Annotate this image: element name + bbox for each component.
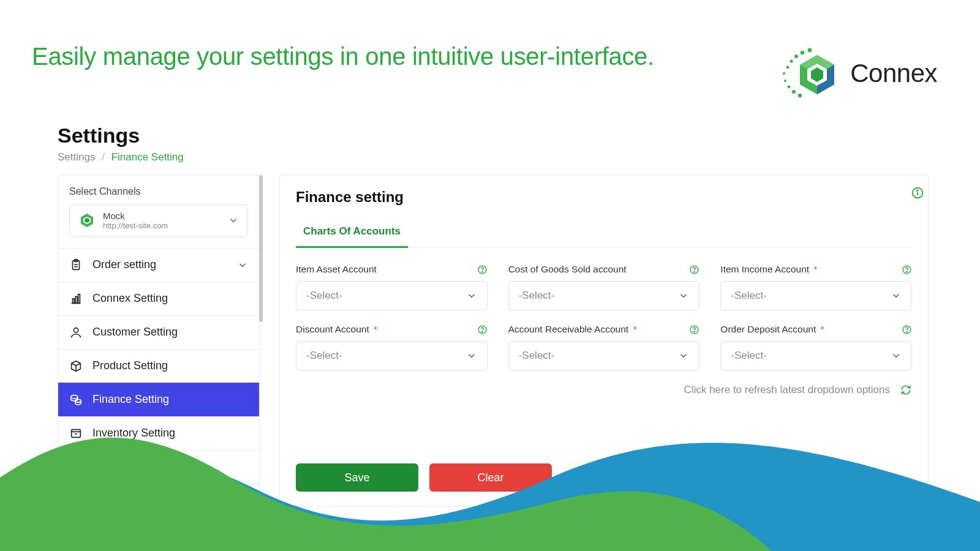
svg-point-48 [481, 331, 482, 332]
select-placeholder: -Select- [731, 290, 767, 302]
save-button[interactable]: Save [296, 463, 418, 492]
sidebar-item-pending-order[interactable]: Pending Order [58, 450, 259, 484]
select-order-deposit-account[interactable]: -Select- [720, 341, 912, 370]
svg-point-46 [907, 271, 907, 272]
help-icon[interactable] [689, 324, 699, 335]
refresh-dropdowns-text[interactable]: Click here to refresh latest dropdown op… [684, 384, 890, 396]
select-account-receivable-account[interactable]: -Select- [508, 341, 700, 370]
help-icon[interactable] [902, 264, 912, 275]
chevron-down-icon [466, 290, 477, 301]
breadcrumb-current: Finance Setting [111, 151, 184, 163]
svg-point-28 [71, 395, 78, 399]
sidebar-item-label: Tasks [95, 494, 123, 507]
bar-chart-icon [69, 292, 83, 305]
svg-point-8 [792, 90, 796, 94]
finance-panel: Finance setting Charts Of Accounts Item … [279, 174, 929, 507]
settings-sidebar: Select Channels Mock http://test-site.co… [58, 174, 260, 517]
chevron-down-icon [678, 350, 689, 361]
select-item-asset-account[interactable]: -Select- [296, 281, 488, 310]
sidebar-item-product-setting[interactable]: Product Setting [58, 349, 259, 383]
sidebar-item-label: Connex Setting [92, 292, 168, 305]
svg-point-44 [694, 271, 695, 272]
breadcrumb-root[interactable]: Settings [58, 151, 95, 163]
sidebar-item-finance-setting[interactable]: Finance Setting [58, 383, 259, 416]
person-icon [69, 326, 83, 339]
clear-button[interactable]: Clear [429, 463, 552, 492]
help-icon[interactable] [689, 264, 699, 275]
svg-point-50 [694, 331, 695, 332]
sidebar-item-inventory-setting[interactable]: Inventory Setting [58, 416, 259, 450]
sidebar-item-customer-setting[interactable]: Customer Setting [58, 315, 259, 349]
svg-rect-25 [78, 294, 80, 303]
svg-point-4 [801, 51, 804, 54]
svg-point-42 [481, 271, 482, 272]
sidebar-item-connex-setting[interactable]: Connex Setting [58, 282, 259, 315]
select-placeholder: -Select- [519, 350, 555, 362]
sidebar-item-label: Order setting [92, 258, 156, 271]
channels-label: Select Channels [69, 186, 248, 197]
help-icon[interactable] [902, 324, 912, 335]
sidebar-item-order-setting[interactable]: Order setting [58, 248, 259, 282]
svg-point-2 [790, 59, 793, 62]
info-icon[interactable] [911, 186, 924, 200]
clipboard-icon [69, 258, 83, 272]
chevron-down-icon [228, 215, 239, 226]
coins-icon [69, 393, 83, 407]
tab-charts-of-accounts[interactable]: Charts Of Accounts [296, 217, 408, 248]
sidebar-item-label: Inventory Setting [92, 427, 175, 440]
panel-title: Finance setting [296, 189, 912, 206]
field-label-item-asset-account: Item Asset Account [296, 264, 377, 275]
chevron-down-icon [891, 290, 902, 301]
field-label-cost-of-goods-sold-account: Cost of Goods Sold account [508, 264, 627, 275]
svg-rect-23 [73, 299, 75, 303]
breadcrumb: Settings / Finance Setting [58, 151, 980, 163]
help-icon[interactable] [477, 324, 488, 335]
sidebar-scrollbar[interactable] [259, 175, 263, 322]
sidebar-item-label: Customer Setting [92, 326, 178, 339]
svg-point-0 [783, 72, 785, 75]
svg-point-9 [798, 94, 802, 97]
channel-url: http://test-site.com [103, 222, 168, 230]
field-label-item-income-account: Item Income Account * [720, 264, 817, 275]
svg-point-5 [808, 48, 812, 53]
select-discount-account[interactable]: -Select- [296, 341, 488, 370]
field-label-account-receivable-account: Account Receivable Account * [508, 324, 637, 335]
svg-point-40 [917, 190, 918, 191]
marketing-tagline: Easily manage your settings in one intui… [32, 43, 654, 70]
chevron-down-icon [237, 260, 248, 271]
refresh-icon[interactable] [900, 384, 912, 396]
help-icon[interactable] [477, 264, 488, 275]
svg-point-6 [784, 80, 786, 82]
sidebar-item-label: Pending Order [92, 460, 164, 473]
calendar-clock-icon [69, 460, 83, 474]
svg-rect-24 [75, 296, 77, 303]
select-placeholder: -Select- [519, 290, 555, 302]
select-placeholder: -Select- [306, 290, 342, 302]
svg-point-26 [74, 328, 78, 332]
brand-logo-icon [774, 43, 842, 104]
sidebar-item-tasks[interactable]: Tasks [58, 484, 259, 517]
field-label-discount-account: Discount Account * [296, 324, 377, 335]
field-label-order-deposit-account: Order Deposit Account * [720, 324, 824, 335]
select-item-income-account[interactable]: -Select- [720, 281, 912, 310]
chevron-down-icon [466, 350, 477, 361]
svg-point-1 [786, 66, 790, 69]
sidebar-item-label: Finance Setting [92, 393, 169, 406]
chevron-down-icon [678, 290, 689, 301]
svg-line-37 [78, 469, 80, 470]
settings-nav: Order setting Connex Setting Customer Se… [58, 248, 259, 517]
svg-point-7 [788, 86, 791, 89]
sidebar-item-label: Product Setting [92, 359, 168, 372]
channel-name: Mock [103, 211, 168, 222]
brand-name: Connex [850, 59, 937, 88]
page-title: Settings [58, 124, 980, 148]
svg-point-52 [907, 331, 907, 332]
channel-logo-icon [78, 212, 96, 229]
chevron-down-icon [891, 350, 902, 361]
channel-select[interactable]: Mock http://test-site.com [69, 204, 248, 237]
svg-rect-30 [72, 429, 81, 437]
box-icon [69, 359, 83, 373]
svg-point-3 [794, 54, 798, 58]
select-placeholder: -Select- [731, 350, 767, 362]
select-cost-of-goods-sold-account[interactable]: -Select- [508, 281, 700, 310]
